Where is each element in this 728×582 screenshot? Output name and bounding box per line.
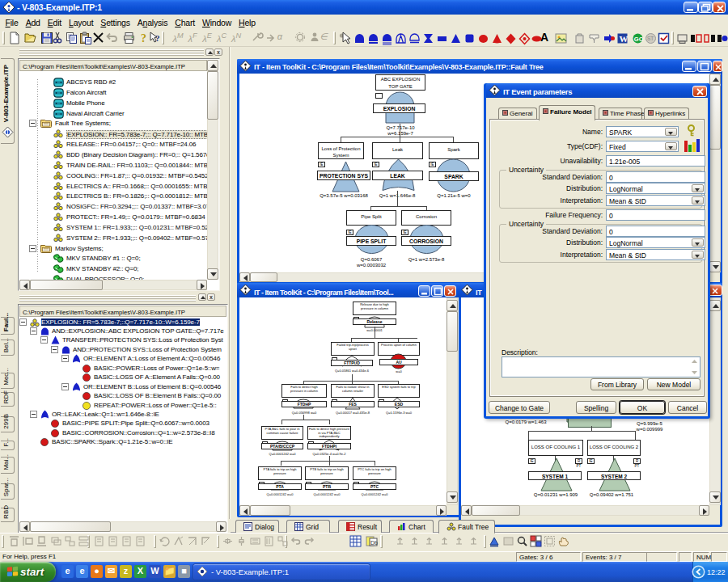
- svg-text:ST: ST: [647, 36, 654, 41]
- svg-text:?: ?: [155, 33, 160, 43]
- svg-text:W: W: [620, 34, 629, 44]
- svg-text:GO: GO: [634, 36, 644, 43]
- svg-text:?: ?: [141, 32, 146, 44]
- svg-text:Db: Db: [370, 540, 378, 546]
